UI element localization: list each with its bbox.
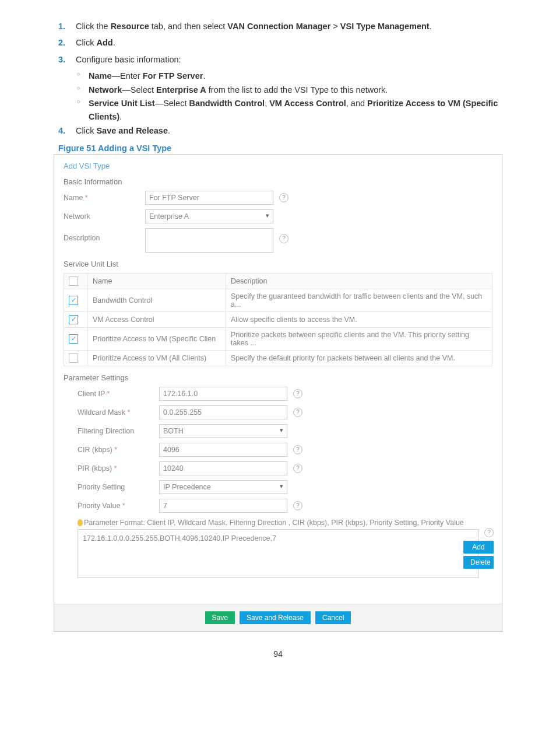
step: 2.Click Add. (54, 36, 502, 49)
save-and-release-button[interactable]: Save and Release (240, 611, 311, 624)
param-select[interactable]: IP Precedence (159, 480, 287, 494)
description-textarea[interactable] (145, 228, 273, 253)
service-name: Prioritize Access to VM (Specific Clien (88, 327, 226, 350)
checkbox[interactable] (69, 354, 78, 363)
param-input[interactable] (159, 443, 287, 457)
param-select[interactable]: BOTH (159, 424, 287, 438)
action-bar: Save Save and Release Cancel (54, 604, 502, 631)
lightbulb-icon (78, 519, 83, 526)
col-description: Description (226, 273, 492, 289)
help-icon[interactable]: ? (484, 528, 494, 537)
param-input[interactable] (159, 405, 287, 419)
network-label: Network (64, 212, 145, 220)
param-label: Filtering Direction (78, 427, 159, 435)
delete-button[interactable]: Delete (463, 556, 494, 569)
service-description: Allow specific clients to access the VM. (226, 312, 492, 327)
param-label: Client IP * (78, 390, 159, 398)
breadcrumb: Add VSI Type (64, 162, 492, 170)
name-label: Name * (64, 194, 145, 202)
network-select[interactable]: Enterprise A (145, 209, 273, 223)
help-icon[interactable]: ? (279, 193, 288, 202)
col-name: Name (88, 273, 226, 289)
service-name: Bandwidth Control (88, 289, 226, 312)
param-label: Wildcard Mask * (78, 408, 159, 416)
section-basic-info: Basic Information (64, 177, 492, 186)
figure-caption: Figure 51 Adding a VSI Type (54, 144, 502, 153)
section-parameter-settings: Parameter Settings (64, 373, 492, 382)
substep: Service Unit List—Select Bandwidth Contr… (76, 97, 502, 123)
table-row: Prioritize Access to VM (All Clients)Spe… (64, 350, 492, 366)
cancel-button[interactable]: Cancel (315, 611, 351, 624)
param-label: PIR (kbps) * (78, 464, 159, 473)
service-unit-table: Name Description ✓Bandwidth ControlSpeci… (64, 273, 492, 366)
step: 4.Click Save and Release. (54, 124, 502, 137)
service-name: Prioritize Access to VM (All Clients) (88, 350, 226, 366)
parameter-paste-area[interactable]: 172.16.1.0,0.0.255.255,BOTH,4096,10240,I… (78, 529, 478, 578)
help-icon[interactable]: ? (293, 464, 302, 473)
service-description: Specify the guaranteed bandwidth for tra… (226, 289, 492, 312)
page-number: 94 (54, 649, 502, 659)
table-row: ✓Prioritize Access to VM (Specific Clien… (64, 327, 492, 350)
param-input[interactable] (159, 461, 287, 475)
screenshot-panel: Add VSI Type Basic Information Name * ? … (54, 154, 502, 632)
save-button[interactable]: Save (205, 611, 235, 624)
help-icon[interactable]: ? (293, 389, 302, 398)
step: 1.Click the Resource tab, and then selec… (54, 20, 502, 33)
help-icon[interactable]: ? (293, 408, 302, 417)
table-row: ✓Bandwidth ControlSpecify the guaranteed… (64, 289, 492, 312)
table-row: ✓VM Access ControlAllow specific clients… (64, 312, 492, 327)
checkbox-all[interactable] (69, 276, 78, 286)
service-description: Specify the default priority for packets… (226, 350, 492, 366)
checkbox[interactable]: ✓ (69, 296, 78, 305)
name-input[interactable] (145, 191, 273, 205)
param-label: Priority Setting (78, 483, 159, 491)
checkbox[interactable]: ✓ (69, 315, 78, 324)
param-label: Priority Value * (78, 502, 159, 510)
checkbox[interactable]: ✓ (69, 334, 78, 344)
help-icon[interactable]: ? (293, 501, 302, 510)
description-label: Description (64, 228, 145, 242)
param-label: CIR (kbps) * (78, 446, 159, 454)
substep: Network—Select Enterprise A from the lis… (76, 83, 502, 96)
service-description: Prioritize packets between specific clie… (226, 327, 492, 350)
help-icon[interactable]: ? (279, 234, 288, 243)
substep: Name—Enter For FTP Server. (76, 69, 502, 82)
step: 3.Configure basic information: (54, 53, 502, 66)
add-button[interactable]: Add (463, 541, 494, 554)
param-input[interactable] (159, 387, 287, 401)
section-service-unit-list: Service Unit List (64, 260, 492, 268)
parameter-format-note: Parameter Format: Client IP, Wildcard Ma… (78, 519, 492, 527)
param-input[interactable] (159, 499, 287, 513)
service-name: VM Access Control (88, 312, 226, 327)
help-icon[interactable]: ? (293, 445, 302, 454)
